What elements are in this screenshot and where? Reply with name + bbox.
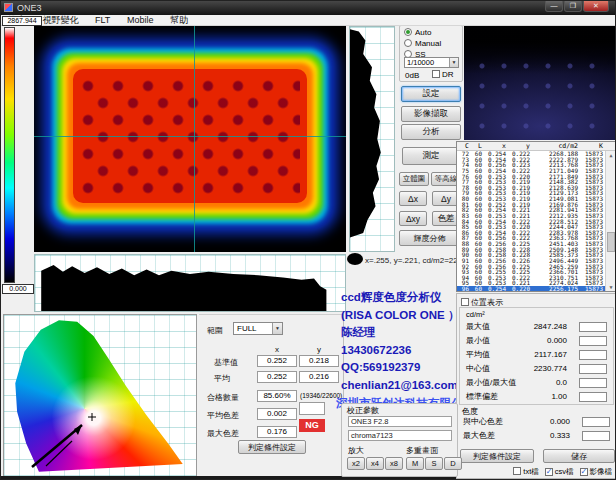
position-display-checkbox[interactable] — [461, 298, 469, 306]
average-label: 平均 — [214, 373, 230, 384]
cie-chromaticity-diagram[interactable] — [3, 314, 197, 479]
reference-x-field[interactable]: 0.252 — [257, 355, 297, 367]
stat-input[interactable] — [579, 322, 607, 332]
multi-s-button[interactable]: S — [425, 457, 443, 470]
colorbar-max-value: 2867.944 — [2, 16, 42, 26]
app-icon — [4, 3, 13, 12]
chevron-down-icon[interactable]: ▼ — [272, 323, 282, 334]
average-x-field[interactable]: 0.252 — [257, 371, 297, 383]
txt-checkbox[interactable] — [513, 467, 521, 475]
col-y-label: y — [317, 345, 321, 354]
stat-value: 1.00 — [497, 391, 567, 403]
cie-annotation-arrow — [4, 315, 197, 479]
range-dropdown[interactable]: FULL ▼ — [233, 322, 283, 335]
stat-value: 2117.167 — [497, 349, 567, 361]
menu-mobile[interactable]: Mobile — [120, 15, 161, 26]
luminance-distribution-button[interactable]: 輝度分佈 — [399, 230, 460, 246]
multi-screen-label: 多重畫面 — [406, 445, 438, 456]
stat-label: 最大值 — [466, 322, 490, 331]
zoom-x4-button[interactable]: x4 — [366, 457, 384, 470]
calibration-title: 校正參數 — [347, 405, 379, 416]
save-button[interactable]: 儲存 — [543, 449, 615, 463]
stat-input[interactable] — [579, 336, 607, 346]
radio-auto[interactable] — [404, 28, 412, 36]
dr-label: DR — [442, 70, 454, 79]
scroll-down-icon[interactable]: ▼ — [607, 283, 615, 291]
reference-y-field[interactable]: 0.218 — [299, 355, 339, 367]
calibration-field-2[interactable]: chroma7123 — [348, 430, 452, 441]
set-button[interactable]: 設定 — [401, 86, 461, 102]
stereo-view-button[interactable]: 立體圖 — [399, 172, 429, 186]
range-label: 範圍 — [207, 325, 223, 336]
stat-input[interactable] — [579, 364, 607, 374]
table-cell: 0.220 — [508, 286, 532, 291]
zoom-x8-button[interactable]: x8 — [385, 457, 403, 470]
range-value: FULL — [237, 324, 257, 333]
delta-x-button[interactable]: Δx — [399, 191, 427, 206]
analyze-button[interactable]: 分析 — [401, 124, 461, 140]
stat-input[interactable] — [579, 392, 607, 402]
profile-corner-blob — [347, 253, 363, 265]
stat-row-min-max-ratio: 最小值/最大值 0.0 — [466, 377, 609, 389]
judge-condition-button[interactable]: 判定條件設定 — [238, 440, 306, 454]
title-bar: ONE3 — ❐ ✕ — [1, 1, 616, 15]
radio-row-manual[interactable]: Manual — [404, 39, 462, 48]
avg-color-diff-field: 0.002 — [257, 408, 297, 420]
calibration-field-1[interactable]: ONE3 F2.8 — [348, 416, 452, 427]
dr-checkbox[interactable] — [432, 70, 440, 78]
txt-checkbox-row[interactable]: txt檔 — [513, 467, 538, 477]
radio-row-auto[interactable]: Auto — [404, 28, 462, 37]
measure-button[interactable]: 測定 — [402, 147, 460, 165]
minimize-button[interactable]: — — [545, 1, 563, 12]
col-header-k: K — [580, 142, 605, 150]
image-checkbox-row[interactable]: 影像檔 — [580, 467, 613, 477]
stat-input[interactable] — [582, 417, 610, 427]
shutter-speed-dropdown[interactable]: 1/10000 ▼ — [404, 57, 459, 68]
unit-label: cd/m² — [466, 310, 485, 319]
csv-checkbox-row[interactable]: csv檔 — [545, 467, 574, 477]
dr-checkbox-row[interactable]: DR — [432, 70, 454, 79]
col-header-l: L — [471, 142, 484, 150]
luminance-heatmap-image[interactable] — [34, 26, 346, 252]
menu-help[interactable]: 幫助 — [163, 15, 195, 26]
chevron-down-icon[interactable]: ▼ — [449, 58, 458, 67]
scroll-up-icon[interactable]: ▲ — [607, 151, 615, 159]
radio-manual[interactable] — [404, 39, 412, 47]
stat-label: 最小值 — [466, 336, 490, 345]
average-y-field[interactable]: 0.216 — [299, 371, 339, 383]
multi-m-button[interactable]: M — [406, 457, 424, 470]
capture-image-button[interactable]: 影像擷取 — [401, 106, 461, 122]
stat-value: 2847.248 — [497, 321, 567, 333]
stat-row-max: 最大值 2847.248 — [466, 321, 609, 333]
judge-condition-button[interactable]: 判定條件設定 — [460, 449, 534, 463]
menu-bar: 檔案 視野變化 FLT Mobile 幫助 — [1, 15, 616, 26]
maximize-button[interactable]: ❐ — [564, 1, 582, 12]
avg-color-diff-label: 平均色差 — [207, 410, 239, 421]
table-header: C L x y cd/m2 K — [457, 142, 616, 151]
ng-status-badge: NG — [299, 419, 325, 432]
menu-flt[interactable]: FLT — [88, 15, 117, 26]
multi-d-button[interactable]: D — [444, 457, 462, 470]
stat-input[interactable] — [582, 431, 610, 441]
calibration-panel: 校正參數 ONE3 F2.8 chroma7123 放大 多重畫面 x2 x4 … — [341, 403, 458, 477]
stat-value: 0.000 — [497, 335, 567, 347]
stat-input[interactable] — [579, 378, 607, 388]
table-scrollbar[interactable]: ▲ ▼ — [605, 151, 616, 291]
camera-preview-image[interactable] — [464, 26, 616, 140]
result-empty-box — [299, 402, 325, 415]
delta-xy-button[interactable]: Δxy — [399, 211, 427, 226]
stat-row-avg: 平均值 2117.167 — [466, 349, 609, 361]
capture-settings-group: Auto Manual SS 1/10000 ▼ 0dB DR — [399, 25, 463, 82]
close-button[interactable]: ✕ — [583, 1, 609, 12]
zoom-label: 放大 — [348, 445, 364, 456]
txt-label: txt檔 — [523, 467, 538, 476]
stat-input[interactable] — [579, 350, 607, 360]
scrollbar-thumb[interactable] — [607, 232, 615, 252]
stat-label: 標準偏差 — [466, 392, 498, 401]
table-cell: 2256.175 — [532, 286, 580, 291]
csv-checkbox[interactable] — [545, 468, 553, 476]
menu-view-change[interactable]: 視野變化 — [36, 15, 86, 26]
gain-label: 0dB — [405, 71, 419, 80]
zoom-x2-button[interactable]: x2 — [347, 457, 365, 470]
image-file-checkbox[interactable] — [580, 468, 588, 476]
